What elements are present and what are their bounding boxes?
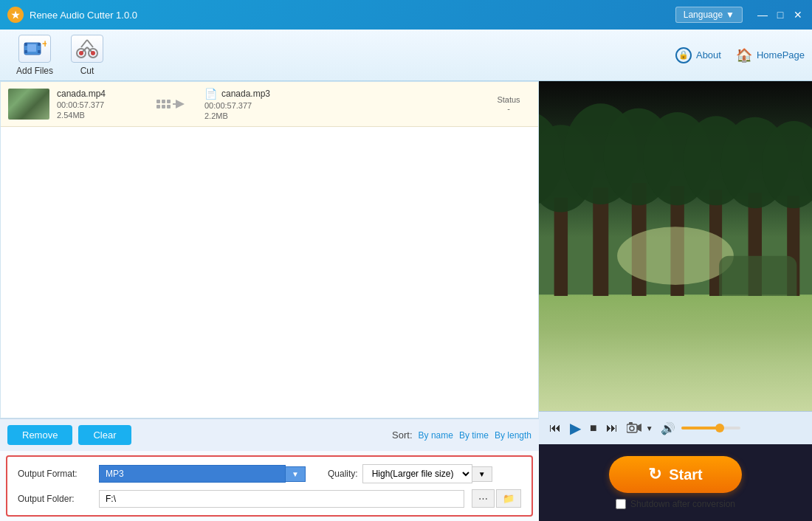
left-panel: canada.mp4 00:00:57.377 2.54MB [0,81,539,521]
cut-button[interactable]: Cut [62,30,112,80]
format-select[interactable]: MP3 MP4 WAV [99,465,286,483]
right-panel: 11:30AM NIZZA GARDEN ⏮ ▶ ■ ⏭ [539,81,812,521]
language-button[interactable]: Language ▼ [675,7,743,23]
add-files-icon-box: + [18,35,51,63]
input-file-duration: 00:00:57.377 [57,100,145,109]
svg-rect-27 [554,198,568,314]
output-file-size: 2.2MB [204,111,479,120]
folder-row: Output Folder: ⋯ 📁 [18,489,521,508]
svg-rect-33 [787,196,799,314]
output-settings: Output Format: MP3 MP4 WAV ▼ Quality: Hi… [6,455,533,517]
start-button[interactable]: ↻ Start [609,456,742,493]
svg-point-13 [79,51,83,55]
output-file-icon: 📄 [204,88,217,100]
app-title: Renee Audio Cutter 1.0.0 [30,10,675,21]
close-button[interactable]: ✕ [791,8,805,21]
sort-by-length[interactable]: By length [495,430,531,441]
output-file-name: canada.mp3 [221,89,270,99]
input-file-size: 2.54MB [57,111,145,120]
svg-rect-2 [38,43,41,46]
toolbar: + Add Files Cut 🔒 About 🏠 [0,30,812,81]
output-file-duration: 00:00:57.377 [204,101,479,110]
skip-forward-button[interactable]: ⏭ [605,420,619,436]
status-badge: - [507,104,510,113]
stop-button[interactable]: ■ [588,420,599,436]
svg-point-44 [617,227,734,285]
camera-icon [627,422,641,434]
sort-label: Sort: [392,429,412,441]
svg-marker-50 [637,424,641,432]
svg-rect-1 [24,43,27,46]
bottom-controls: Remove Clear Sort: By name By time By le… [0,418,539,451]
title-bar: ★ Renee Audio Cutter 1.0.0 Language ▼ — … [0,0,812,30]
quality-dropdown-arrow[interactable]: ▼ [472,466,492,482]
clear-button[interactable]: Clear [78,425,131,445]
volume-slider[interactable] [681,427,748,429]
video-preview: 11:30AM NIZZA GARDEN [539,81,812,411]
quality-label: Quality: [328,469,358,479]
camera-dropdown-button[interactable]: ▼ [644,423,655,434]
svg-line-12 [87,40,93,47]
homepage-button[interactable]: 🏠 HomePage [736,47,805,63]
about-button[interactable]: 🔒 About [675,47,721,63]
sort-area: Sort: By name By time By length [392,429,531,441]
conversion-arrow [153,97,197,111]
shutdown-label: Shutdown after conversion [630,499,735,509]
file-thumbnail [8,89,49,120]
output-file-info: 📄 canada.mp3 00:00:57.377 2.2MB [204,88,479,120]
quality-area: Quality: High(Larger file size) Medium L… [328,464,492,483]
play-button[interactable]: ▶ [568,418,582,438]
camera-button-group: ▼ [625,421,655,435]
svg-rect-23 [173,103,176,105]
skip-back-button[interactable]: ⏮ [548,420,562,436]
sort-by-name[interactable]: By name [419,430,453,441]
format-dropdown-arrow[interactable]: ▼ [286,466,306,482]
minimize-button[interactable]: — [756,8,769,21]
sort-by-time[interactable]: By time [459,430,489,441]
folder-input[interactable] [99,490,464,508]
folder-browse-button[interactable]: ⋯ [472,489,495,508]
maximize-button[interactable]: □ [774,8,787,21]
svg-rect-16 [162,100,165,103]
remove-button[interactable]: Remove [7,425,72,445]
svg-line-11 [81,40,87,47]
svg-text:NIZZA GARDEN: NIZZA GARDEN [539,371,637,390]
volume-thumb [715,424,724,432]
video-scene-svg: 11:30AM NIZZA GARDEN [539,81,812,411]
svg-rect-32 [749,193,762,314]
svg-rect-48 [627,424,637,432]
start-area: ↻ Start Shutdown after conversion [539,444,812,521]
volume-fill [681,427,717,429]
svg-rect-20 [167,105,171,108]
svg-rect-25 [539,294,812,411]
camera-button[interactable] [625,421,643,435]
add-files-button[interactable]: + Add Files [7,30,62,80]
svg-rect-3 [24,50,27,53]
thumbnail-image [8,89,49,120]
main-content: canada.mp4 00:00:57.377 2.54MB [0,81,812,521]
svg-rect-19 [162,105,165,108]
format-row: Output Format: MP3 MP4 WAV ▼ Quality: Hi… [18,464,521,483]
lock-icon: 🔒 [675,47,692,63]
quality-select[interactable]: High(Larger file size) Medium Low [362,464,472,483]
cut-label: Cut [80,66,94,76]
svg-rect-22 [176,103,182,105]
start-label: Start [669,466,703,483]
cut-icon-box [71,35,103,63]
svg-rect-4 [38,50,41,53]
svg-rect-15 [156,100,160,103]
shutdown-checkbox[interactable] [616,499,626,509]
format-label: Output Format: [18,469,92,479]
svg-point-14 [91,51,95,55]
add-files-label: Add Files [16,66,53,76]
title-bar-right: Language ▼ — □ ✕ [675,7,805,23]
window-controls: — □ ✕ [756,8,805,21]
folder-open-button[interactable]: 📁 [496,489,521,508]
add-files-icon: + [23,38,47,59]
status-label: Status [497,95,520,104]
shutdown-row: Shutdown after conversion [616,499,735,509]
arrow-icon [156,97,193,111]
svg-rect-18 [156,105,160,108]
svg-rect-45 [719,256,796,314]
svg-text:+: + [42,38,47,49]
